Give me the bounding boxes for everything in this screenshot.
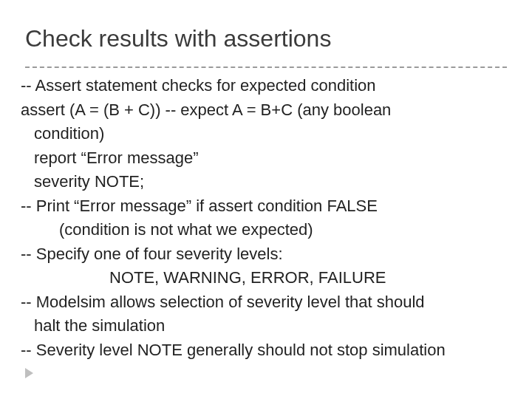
title-divider xyxy=(25,66,507,68)
body-line: -- Print “Error message” if assert condi… xyxy=(21,194,511,219)
slide: Check results with assertions -- Assert … xyxy=(0,0,532,399)
body-line: NOTE, WARNING, ERROR, FAILURE xyxy=(21,266,511,290)
body-line: halt the simulation xyxy=(21,314,511,338)
body-line: (condition is not what we expected) xyxy=(21,218,511,242)
play-marker-icon xyxy=(25,368,33,378)
body-line: report “Error message” xyxy=(21,146,511,171)
slide-title: Check results with assertions xyxy=(25,25,331,52)
body-line: -- Severity level NOTE generally should … xyxy=(21,338,511,363)
body-line: -- Assert statement checks for expected … xyxy=(21,74,511,98)
body-line: assert (A = (B + C)) -- expect A = B+C (… xyxy=(21,98,511,123)
body-line: -- Modelsim allows selection of severity… xyxy=(21,290,511,315)
body-line: condition) xyxy=(21,122,511,146)
body-line: severity NOTE; xyxy=(21,170,511,194)
slide-body: -- Assert statement checks for expected … xyxy=(21,74,511,363)
body-line: -- Specify one of four severity levels: xyxy=(21,242,511,267)
